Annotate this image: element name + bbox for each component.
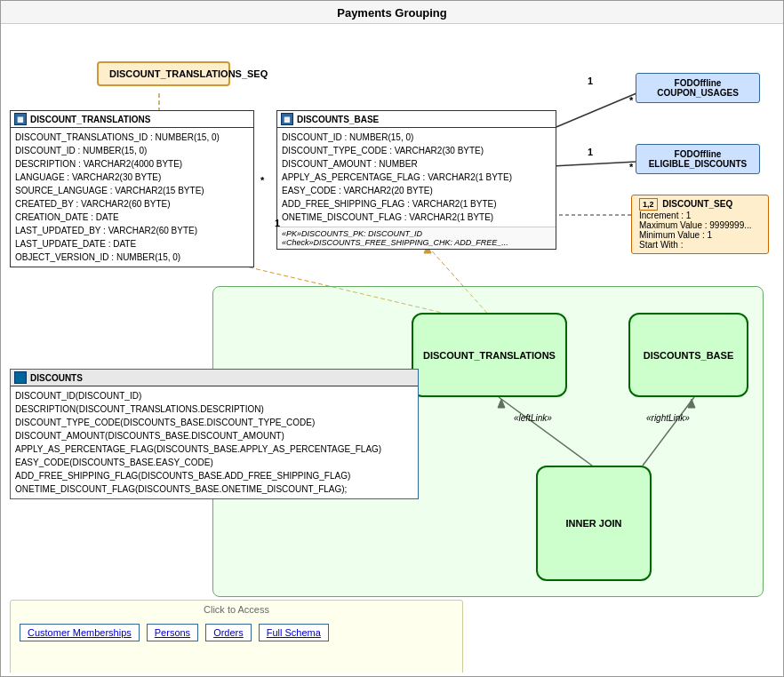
fod-coupon-box: FODOffline COUPON_USAGES bbox=[636, 73, 760, 103]
view-row: DESCRIPTION(DISCOUNT_TRANSLATIONS.DESCRI… bbox=[15, 402, 413, 416]
view-row: EASY_CODE(DISCOUNTS_BASE.EASY_CODE) bbox=[15, 456, 413, 469]
svg-line-1 bbox=[552, 93, 636, 129]
table-row: DISCOUNT_ID : NUMBER(15, 0) bbox=[282, 131, 551, 144]
table-row: LAST_UPDATED_BY : VARCHAR2(60 BYTE) bbox=[15, 224, 249, 237]
link-customer-memberships[interactable]: Customer Memberships bbox=[20, 624, 140, 641]
discount-translations-table: ▦ DISCOUNT_TRANSLATIONS DISCOUNT_TRANSLA… bbox=[10, 110, 254, 267]
multiplicity-1b: 1 bbox=[588, 147, 593, 157]
seq-header: 1,2 DISCOUNT_SEQ bbox=[639, 199, 761, 209]
inner-join-box: INNER JOIN bbox=[536, 466, 652, 581]
multiplicity-1: 1 bbox=[588, 76, 593, 86]
table-row: LAST_UPDATE_DATE : DATE bbox=[15, 237, 249, 251]
outer-border: Payments Grouping bbox=[0, 0, 784, 677]
link-full-schema[interactable]: Full Schema bbox=[259, 624, 329, 641]
view-body: DISCOUNT_ID(DISCOUNT_ID) DESCRIPTION(DIS… bbox=[11, 386, 418, 498]
svg-line-2 bbox=[552, 162, 636, 166]
table-header: ▦ DISCOUNT_TRANSLATIONS bbox=[11, 111, 253, 128]
right-link-label: «rightLink» bbox=[646, 413, 690, 423]
access-box-title: Click to Access bbox=[11, 601, 462, 618]
table-row: ONETIME_DISCOUNT_FLAG : VARCHAR2(1 BYTE) bbox=[282, 211, 551, 224]
diagram-area: DISCOUNT_TRANSLATIONS_SEQ ▦ DISCOUNT_TRA… bbox=[1, 24, 783, 673]
fod-eligible-box: FODOffline ELIGIBLE_DISCOUNTS bbox=[636, 144, 760, 174]
view-icon bbox=[14, 371, 27, 384]
access-box: Click to Access Customer Memberships Per… bbox=[10, 600, 463, 673]
discounts-base-table: ▦ DISCOUNTS_BASE DISCOUNT_ID : NUMBER(15… bbox=[276, 110, 556, 250]
table-icon: ▦ bbox=[281, 113, 293, 125]
view-row: DISCOUNT_TYPE_CODE(DISCOUNTS_BASE.DISCOU… bbox=[15, 416, 413, 429]
multiplicity-1c: 1 bbox=[275, 218, 280, 228]
table-row: CREATED_BY : VARCHAR2(60 BYTE) bbox=[15, 197, 249, 211]
join-discount-translations: DISCOUNT_TRANSLATIONS bbox=[412, 313, 567, 397]
table-row: APPLY_AS_PERCENTAGE_FLAG : VARCHAR2(1 BY… bbox=[282, 171, 551, 184]
table-header: ▦ DISCOUNTS_BASE bbox=[277, 111, 556, 128]
discount-translations-seq-box: DISCOUNT_TRANSLATIONS_SEQ bbox=[97, 61, 230, 86]
discounts-view-box: DISCOUNTS DISCOUNT_ID(DISCOUNT_ID) DESCR… bbox=[10, 369, 419, 499]
left-link-label: «leftLink» bbox=[514, 413, 552, 423]
view-row: ADD_FREE_SHIPPING_FLAG(DISCOUNTS_BASE.AD… bbox=[15, 469, 413, 482]
table-row: LANGUAGE : VARCHAR2(30 BYTE) bbox=[15, 171, 249, 184]
seq-box-label: DISCOUNT_TRANSLATIONS_SEQ bbox=[109, 68, 268, 79]
table-body: DISCOUNT_ID : NUMBER(15, 0) DISCOUNT_TYP… bbox=[277, 128, 556, 227]
view-header: DISCOUNTS bbox=[11, 370, 418, 386]
access-links: Customer Memberships Persons Orders Full… bbox=[11, 618, 462, 650]
link-persons[interactable]: Persons bbox=[147, 624, 198, 641]
view-row: DISCOUNT_ID(DISCOUNT_ID) bbox=[15, 389, 413, 402]
table-icon: ▦ bbox=[14, 113, 27, 125]
table-row: DISCOUNT_TYPE_CODE : VARCHAR2(30 BYTE) bbox=[282, 144, 551, 157]
multiplicity-star3: * bbox=[260, 175, 264, 186]
discount-seq-box: 1,2 DISCOUNT_SEQ Increment : 1 Maximum V… bbox=[631, 195, 769, 254]
table-row: OBJECT_VERSION_ID : NUMBER(15, 0) bbox=[15, 251, 249, 264]
view-row: APPLY_AS_PERCENTAGE_FLAG(DISCOUNTS_BASE.… bbox=[15, 442, 413, 456]
table-row: ADD_FREE_SHIPPING_FLAG : VARCHAR2(1 BYTE… bbox=[282, 197, 551, 211]
table-footer: «PK»DISCOUNTS_PK: DISCOUNT_ID «Check»DIS… bbox=[277, 227, 556, 249]
multiplicity-star1: * bbox=[629, 95, 633, 106]
table-row: CREATION_DATE : DATE bbox=[15, 211, 249, 224]
table-row: DISCOUNT_AMOUNT : NUMBER bbox=[282, 157, 551, 171]
view-row: DISCOUNT_AMOUNT(DISCOUNTS_BASE.DISCOUNT_… bbox=[15, 429, 413, 442]
table-row: SOURCE_LANGUAGE : VARCHAR2(15 BYTE) bbox=[15, 184, 249, 197]
multiplicity-star2: * bbox=[629, 162, 633, 172]
link-orders[interactable]: Orders bbox=[205, 624, 252, 641]
view-row: ONETIME_DISCOUNT_FLAG(DISCOUNTS_BASE.ONE… bbox=[15, 482, 413, 496]
table-row: DESCRIPTION : VARCHAR2(4000 BYTE) bbox=[15, 157, 249, 171]
table-row: DISCOUNT_TRANSLATIONS_ID : NUMBER(15, 0) bbox=[15, 131, 249, 144]
table-row: EASY_CODE : VARCHAR2(20 BYTE) bbox=[282, 184, 551, 197]
table-row: DISCOUNT_ID : NUMBER(15, 0) bbox=[15, 144, 249, 157]
page-title: Payments Grouping bbox=[1, 1, 783, 24]
join-discounts-base: DISCOUNTS_BASE bbox=[628, 313, 748, 397]
table-body: DISCOUNT_TRANSLATIONS_ID : NUMBER(15, 0)… bbox=[11, 128, 253, 267]
